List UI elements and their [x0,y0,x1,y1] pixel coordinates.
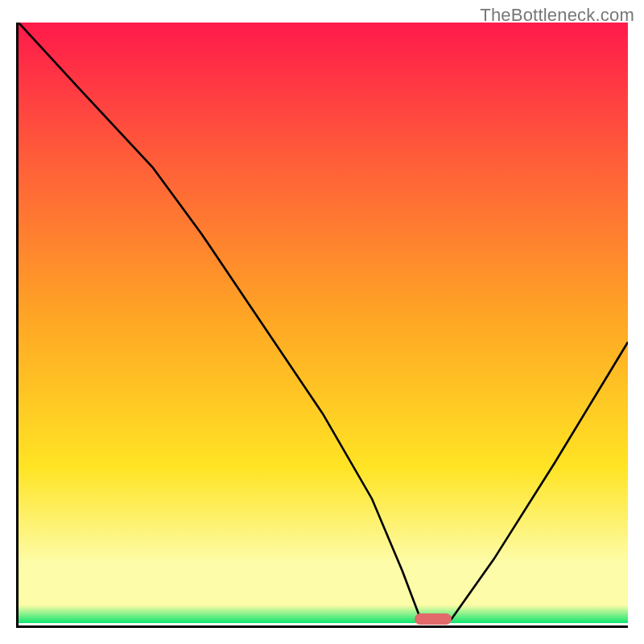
bottleneck-curve [19,23,628,625]
curve-path [19,23,628,620]
plot-area [16,23,628,628]
optimal-marker [415,613,452,625]
